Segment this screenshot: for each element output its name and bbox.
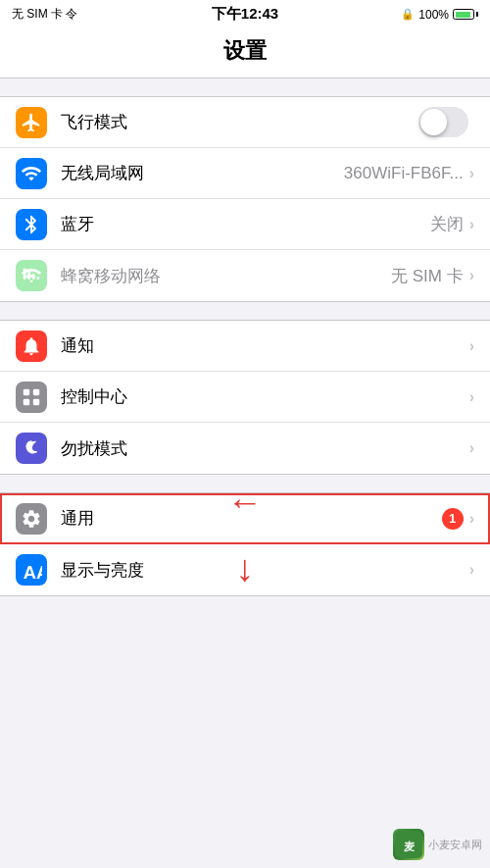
general-badge: 1 xyxy=(442,508,464,530)
svg-rect-1 xyxy=(27,271,30,279)
svg-text:麦: 麦 xyxy=(404,841,416,852)
section-gap-1 xyxy=(0,78,490,96)
svg-rect-2 xyxy=(32,274,35,280)
cellular-label: 蜂窝移动网络 xyxy=(61,265,391,287)
watermark-text: 小麦安卓网 xyxy=(428,838,482,852)
gear-icon-bg xyxy=(16,503,47,535)
settings-item-do-not-disturb[interactable]: 勿扰模式 › xyxy=(0,423,490,474)
display-icon-bg: AA xyxy=(16,554,47,586)
watermark-logo: 麦 xyxy=(393,829,424,860)
settings-item-control-center[interactable]: 控制中心 › xyxy=(0,372,490,423)
svg-rect-7 xyxy=(33,398,39,404)
red-arrow: ← xyxy=(227,485,263,520)
wifi-icon xyxy=(21,163,42,184)
settings-item-wifi[interactable]: 无线局域网 360WiFi-FB6F... › xyxy=(0,148,490,199)
lock-icon: 🔒 xyxy=(401,8,415,21)
cellular-icon-bg xyxy=(16,260,47,291)
svg-text:AA: AA xyxy=(24,562,42,581)
status-right: 🔒 100% xyxy=(401,8,478,22)
airplane-icon xyxy=(21,112,42,133)
do-not-disturb-chevron: › xyxy=(469,439,474,457)
wifi-chevron: › xyxy=(469,165,474,182)
settings-item-cellular[interactable]: 蜂窝移动网络 无 SIM 卡 › xyxy=(0,250,490,301)
airplane-toggle[interactable] xyxy=(418,107,468,137)
watermark: 麦 小麦安卓网 xyxy=(393,829,482,860)
control-center-label: 控制中心 xyxy=(61,385,469,408)
display-icon: AA xyxy=(21,559,42,581)
bluetooth-icon-bg xyxy=(16,209,47,240)
red-arrow-floating: ↑ xyxy=(236,552,255,594)
bluetooth-value: 关闭 xyxy=(430,213,464,235)
notifications-icon-bg xyxy=(16,331,47,362)
moon-icon-bg xyxy=(16,433,47,464)
group-connectivity: 飞行模式 无线局域网 360WiFi-FB6F... › 蓝牙 关闭 › xyxy=(0,96,490,302)
svg-rect-0 xyxy=(24,269,26,280)
gear-icon xyxy=(21,508,42,530)
battery-icon xyxy=(453,9,478,20)
wifi-label: 无线局域网 xyxy=(61,162,344,184)
battery-pct: 100% xyxy=(418,8,449,22)
wifi-value: 360WiFi-FB6F... xyxy=(344,164,464,183)
notifications-label: 通知 xyxy=(61,334,469,357)
bluetooth-icon xyxy=(21,214,42,235)
section-gap-2 xyxy=(0,302,490,320)
cellular-icon xyxy=(21,265,42,286)
svg-rect-6 xyxy=(24,398,29,404)
group-system: 通知 › 控制中心 › 勿扰模式 › xyxy=(0,320,490,475)
notifications-chevron: › xyxy=(469,337,474,355)
control-center-icon xyxy=(21,386,42,408)
svg-rect-4 xyxy=(24,388,29,394)
display-brightness-label: 显示与亮度 xyxy=(61,559,469,582)
svg-rect-5 xyxy=(33,388,39,394)
control-center-chevron: › xyxy=(469,388,474,406)
control-center-icon-bg xyxy=(16,382,47,413)
airplane-icon-bg xyxy=(16,107,47,138)
notifications-icon xyxy=(21,335,42,357)
airplane-label: 飞行模式 xyxy=(61,111,418,133)
bluetooth-chevron: › xyxy=(469,216,474,233)
page-title-bar: 设置 xyxy=(0,28,490,78)
settings-item-bluetooth[interactable]: 蓝牙 关闭 › xyxy=(0,199,490,250)
wifi-icon-bg xyxy=(16,158,47,189)
do-not-disturb-label: 勿扰模式 xyxy=(61,437,469,460)
status-time: 下午12:43 xyxy=(212,5,278,24)
bluetooth-label: 蓝牙 xyxy=(61,213,430,235)
cellular-chevron: › xyxy=(469,267,474,284)
general-chevron: › xyxy=(469,510,474,528)
sim-status: 无 SIM 卡 令 xyxy=(12,6,77,23)
watermark-logo-icon: 麦 xyxy=(395,831,422,858)
status-bar: 无 SIM 卡 令 下午12:43 🔒 100% xyxy=(0,0,490,28)
status-left: 无 SIM 卡 令 xyxy=(12,6,77,23)
settings-item-notifications[interactable]: 通知 › xyxy=(0,321,490,372)
svg-rect-3 xyxy=(37,277,40,280)
settings-item-airplane-mode[interactable]: 飞行模式 xyxy=(0,97,490,148)
moon-icon xyxy=(21,437,42,459)
display-brightness-chevron: › xyxy=(469,561,474,579)
airplane-toggle-thumb xyxy=(420,109,447,135)
cellular-value: 无 SIM 卡 xyxy=(391,265,464,287)
page-title: 设置 xyxy=(0,36,490,66)
